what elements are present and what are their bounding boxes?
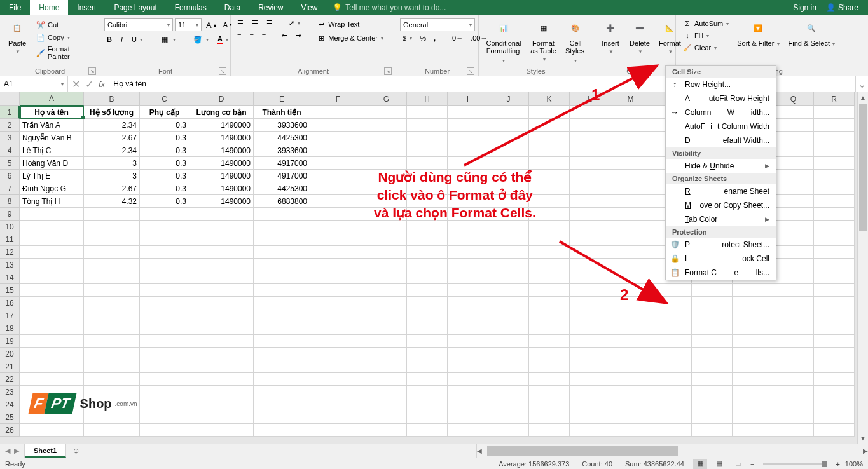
percent-button[interactable]: % <box>417 34 429 43</box>
cell[interactable] <box>610 246 651 259</box>
cell[interactable] <box>488 157 529 170</box>
cell[interactable] <box>366 259 407 271</box>
cell[interactable]: Đinh Ngọc G <box>20 182 84 195</box>
cell[interactable] <box>814 297 855 309</box>
cell[interactable] <box>310 259 366 271</box>
scrollbar-thumb[interactable] <box>859 104 867 231</box>
cell[interactable] <box>814 195 855 208</box>
cell[interactable] <box>692 386 733 398</box>
cell[interactable] <box>488 386 529 398</box>
cell[interactable] <box>20 309 84 322</box>
cell[interactable] <box>310 208 366 221</box>
cell[interactable] <box>189 398 254 411</box>
cell[interactable] <box>733 284 773 297</box>
cell[interactable] <box>448 221 488 233</box>
cell[interactable] <box>773 284 814 297</box>
page-break-view-button[interactable]: ▭ <box>731 459 745 469</box>
cell[interactable] <box>814 182 855 195</box>
column-header[interactable]: D <box>189 92 254 106</box>
cell[interactable] <box>20 424 84 437</box>
cell[interactable] <box>407 335 448 348</box>
add-sheet-button[interactable]: ⊕ <box>66 444 85 458</box>
cell[interactable] <box>448 424 488 437</box>
cell[interactable] <box>20 208 84 221</box>
cell[interactable] <box>570 195 610 208</box>
cell[interactable] <box>448 284 488 297</box>
cell[interactable] <box>84 360 140 373</box>
cell[interactable] <box>814 335 855 348</box>
cell[interactable] <box>189 411 254 424</box>
cell[interactable]: 1490000 <box>189 132 254 144</box>
cell[interactable] <box>189 271 254 284</box>
cell[interactable] <box>366 106 407 119</box>
cell[interactable] <box>407 157 448 170</box>
cell[interactable] <box>733 309 773 322</box>
cell[interactable] <box>407 132 448 144</box>
column-header[interactable]: C <box>140 92 189 106</box>
cell[interactable] <box>448 271 488 284</box>
cell[interactable] <box>692 322 733 335</box>
menu-protect-sheet[interactable]: 🛡️Protect Sheet...Protect Sheet... <box>666 238 776 252</box>
scrollbar-thumb[interactable] <box>487 446 678 456</box>
row-header[interactable]: 2 <box>0 119 20 132</box>
cell[interactable] <box>366 398 407 411</box>
cell[interactable] <box>773 411 814 424</box>
cell[interactable] <box>570 259 610 271</box>
cell[interactable]: 3 <box>84 170 140 182</box>
cell[interactable] <box>254 208 310 221</box>
cell[interactable] <box>692 411 733 424</box>
cell[interactable] <box>310 322 366 335</box>
cell[interactable] <box>773 259 814 271</box>
cell[interactable] <box>310 246 366 259</box>
cell[interactable]: 0.3 <box>140 144 189 157</box>
cell[interactable]: Lê Thị C <box>20 144 84 157</box>
cell[interactable] <box>407 170 448 182</box>
fill-color-button[interactable]: 🪣▾ <box>190 34 211 45</box>
cell[interactable] <box>814 360 855 373</box>
cell[interactable]: 4917000 <box>254 157 310 170</box>
tab-home[interactable]: Home <box>30 0 68 15</box>
comma-button[interactable]: , <box>431 34 438 43</box>
cell[interactable] <box>610 322 651 335</box>
cell[interactable] <box>310 182 366 195</box>
dialog-launcher[interactable]: ↘ <box>467 67 474 75</box>
cell[interactable] <box>407 373 448 386</box>
cell[interactable]: 1490000 <box>189 195 254 208</box>
cell[interactable] <box>407 182 448 195</box>
cell[interactable] <box>570 398 610 411</box>
cell[interactable]: 1490000 <box>189 182 254 195</box>
row-header[interactable]: 16 <box>0 297 20 309</box>
cell[interactable] <box>610 335 651 348</box>
cell[interactable] <box>692 424 733 437</box>
cell[interactable] <box>407 271 448 284</box>
increase-font-button[interactable]: A▴ <box>203 20 219 31</box>
row-header[interactable]: 17 <box>0 309 20 322</box>
cell[interactable] <box>366 360 407 373</box>
orientation-button[interactable]: ⤢▾ <box>286 18 303 28</box>
cell[interactable]: 1490000 <box>189 170 254 182</box>
cell[interactable] <box>407 284 448 297</box>
row-header[interactable]: 10 <box>0 221 20 233</box>
cell[interactable] <box>570 221 610 233</box>
cell[interactable] <box>814 106 855 119</box>
cell[interactable] <box>814 386 855 398</box>
cell[interactable] <box>84 221 140 233</box>
cell[interactable] <box>733 335 773 348</box>
cell[interactable] <box>529 322 570 335</box>
cell[interactable] <box>310 144 366 157</box>
cell[interactable] <box>814 259 855 271</box>
row-header[interactable]: 12 <box>0 246 20 259</box>
cell[interactable] <box>310 195 366 208</box>
cell[interactable]: 6883800 <box>254 195 310 208</box>
cell[interactable] <box>773 360 814 373</box>
cell[interactable] <box>529 182 570 195</box>
cell[interactable] <box>488 170 529 182</box>
cell[interactable] <box>366 348 407 360</box>
cell[interactable] <box>140 348 189 360</box>
cell[interactable] <box>84 373 140 386</box>
cell[interactable] <box>407 424 448 437</box>
cell[interactable] <box>814 132 855 144</box>
cell[interactable] <box>310 386 366 398</box>
cell[interactable] <box>610 157 651 170</box>
cell[interactable] <box>570 335 610 348</box>
